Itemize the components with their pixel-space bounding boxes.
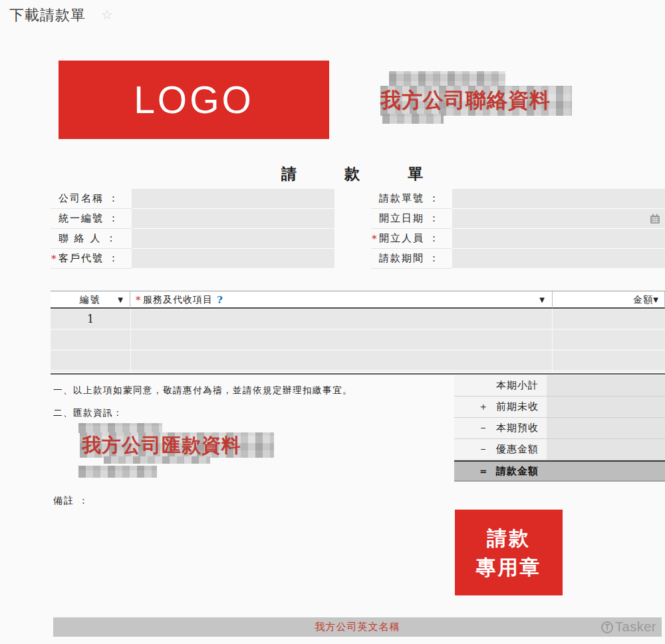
company-logo-placeholder: LOGO bbox=[59, 61, 329, 139]
help-icon[interactable]: ? bbox=[217, 294, 223, 306]
invoice-number-field[interactable] bbox=[452, 189, 665, 209]
tasker-watermark: T Tasker bbox=[601, 619, 656, 635]
subtotal-value bbox=[547, 375, 665, 396]
tasker-brand-name: Tasker bbox=[615, 619, 656, 635]
items-table-body: 1 bbox=[51, 309, 665, 372]
stamp-line2: 專用章 bbox=[476, 553, 542, 582]
column-divider bbox=[130, 309, 131, 372]
tasker-logo-icon: T bbox=[601, 621, 613, 633]
column-header-amount[interactable]: 金額 ▼ bbox=[552, 291, 665, 308]
issuer-field[interactable] bbox=[452, 229, 665, 249]
billing-stamp-placeholder: 請款 專用章 bbox=[455, 510, 563, 595]
page-title: 下載請款單 bbox=[9, 5, 86, 25]
column-header-service-item[interactable]: * 服務及代收項目 ? ▼ bbox=[130, 291, 552, 308]
summary-row-discount: －優惠金額 bbox=[454, 439, 665, 460]
company-name-label: 公司名稱 ： bbox=[51, 189, 132, 209]
remittance-note-line2: 二、匯款資訊： bbox=[53, 407, 123, 419]
item-number-cell[interactable] bbox=[51, 351, 130, 370]
summary-row-total-billed: ＝請款金額 bbox=[454, 460, 665, 482]
document-title: 請款單 bbox=[281, 164, 471, 184]
item-number-cell[interactable] bbox=[51, 330, 130, 349]
number-dropdown-icon[interactable]: ▼ bbox=[118, 296, 124, 303]
terms-note-line1: 一、以上款項如蒙同意，敬請惠付為禱，並請依規定辦理扣繳事宜。 bbox=[53, 385, 352, 397]
item-row[interactable]: 1 bbox=[51, 309, 665, 330]
tax-id-label: 統一編號 ： bbox=[51, 209, 132, 229]
customer-code-field[interactable] bbox=[132, 249, 334, 269]
customer-code-label: *客戶代號 ： bbox=[51, 249, 132, 269]
blurred-remittance-info bbox=[78, 423, 162, 433]
form-row: 公司名稱 ： bbox=[51, 189, 334, 209]
prepaid-value bbox=[547, 418, 665, 438]
issue-date-label: 開立日期 ： bbox=[371, 209, 452, 229]
form-row: *客戶代號 ： bbox=[51, 249, 334, 269]
calendar-icon[interactable] bbox=[650, 214, 660, 224]
contact-person-field[interactable] bbox=[132, 229, 334, 249]
blurred-remittance-info bbox=[78, 466, 157, 478]
contact-person-label: 聯 絡 人 ： bbox=[51, 229, 132, 249]
operator: ＝ bbox=[478, 465, 489, 478]
favorite-star-icon[interactable]: ☆ bbox=[101, 7, 113, 23]
issue-date-field[interactable] bbox=[452, 209, 665, 229]
required-mark: * bbox=[372, 233, 378, 245]
footer-bar: 我方公司英文名稱 T Tasker bbox=[53, 617, 662, 637]
invoice-info-table: 請款單號 ： 開立日期 ： *開立人員 ： 請款期間 ： bbox=[371, 189, 665, 269]
logo-text: LOGO bbox=[134, 78, 254, 122]
summary-row-prepaid: －本期預收 bbox=[454, 418, 665, 439]
summary-row-prior-unpaid: ＋前期未收 bbox=[454, 397, 665, 418]
company-name-field[interactable] bbox=[132, 189, 334, 209]
invoice-template-page: 下載請款單 ☆ LOGO 我方公司聯絡資料 請款單 公司名稱 ： 統一編號 ： … bbox=[0, 0, 665, 644]
stamp-line1: 請款 bbox=[487, 524, 531, 553]
tax-id-field[interactable] bbox=[132, 209, 334, 229]
billing-period-label: 請款期間 ： bbox=[371, 249, 452, 269]
form-row: 聯 絡 人 ： bbox=[51, 229, 334, 249]
issuer-label: *開立人員 ： bbox=[371, 229, 452, 249]
summary-row-subtotal: 本期小計 bbox=[454, 375, 665, 397]
contact-info-annotation: 我方公司聯絡資料 bbox=[380, 86, 573, 114]
form-row: *開立人員 ： bbox=[371, 229, 665, 249]
form-row: 開立日期 ： bbox=[371, 209, 665, 229]
form-row: 請款單號 ： bbox=[371, 189, 665, 209]
section-divider bbox=[51, 373, 665, 375]
item-number-cell[interactable]: 1 bbox=[51, 309, 130, 329]
billing-period-field[interactable] bbox=[452, 249, 665, 269]
item-row[interactable] bbox=[51, 351, 665, 371]
operator: － bbox=[478, 443, 489, 456]
totals-summary-table: 本期小計 ＋前期未收 －本期預收 －優惠金額 ＝請款金額 bbox=[454, 375, 665, 482]
column-header-number[interactable]: 編號 ▼ bbox=[51, 291, 130, 308]
form-row: 請款期間 ： bbox=[371, 249, 665, 269]
prior-unpaid-value bbox=[547, 397, 665, 417]
operator: － bbox=[478, 422, 489, 434]
column-divider bbox=[552, 309, 553, 372]
blurred-contact-info bbox=[382, 114, 444, 124]
memo-label: 備註 ： bbox=[53, 495, 89, 507]
total-billed-value bbox=[547, 462, 665, 480]
service-item-dropdown-icon[interactable]: ▼ bbox=[539, 296, 545, 303]
items-table-header: 編號 ▼ * 服務及代收項目 ? ▼ 金額 ▼ bbox=[51, 291, 665, 309]
operator: ＋ bbox=[478, 401, 489, 413]
customer-info-table: 公司名稱 ： 統一編號 ： 聯 絡 人 ： *客戶代號 ： bbox=[51, 189, 334, 269]
amount-dropdown-icon[interactable]: ▼ bbox=[653, 296, 659, 303]
discount-value bbox=[547, 439, 665, 460]
item-row[interactable] bbox=[51, 330, 665, 351]
remittance-info-annotation: 我方公司匯款資料 bbox=[82, 432, 281, 459]
form-row: 統一編號 ： bbox=[51, 209, 334, 229]
invoice-number-label: 請款單號 ： bbox=[371, 189, 452, 209]
required-mark: * bbox=[51, 253, 58, 265]
company-english-name-annotation: 我方公司英文名稱 bbox=[53, 621, 662, 633]
required-mark: * bbox=[136, 294, 142, 306]
